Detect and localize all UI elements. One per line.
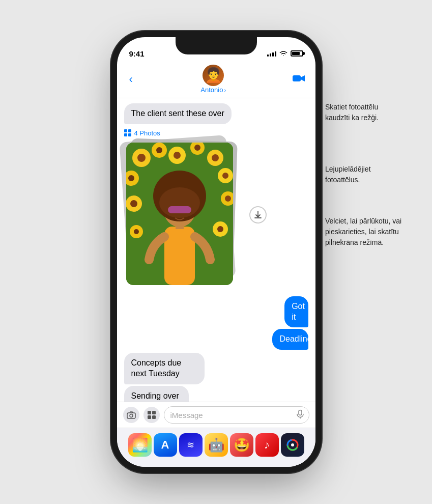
message-row: Deadline? xyxy=(257,329,308,350)
message-bubble: Concepts due next Tuesday xyxy=(124,353,205,384)
svg-rect-37 xyxy=(148,415,151,419)
dock-app-memoji[interactable]: 🤖 xyxy=(205,433,228,457)
message-row: Sending over timeline xyxy=(124,386,217,402)
dock-app-fitness[interactable] xyxy=(281,433,304,457)
dock-app-photos[interactable]: 🌅 xyxy=(128,433,152,457)
video-call-button[interactable] xyxy=(292,73,305,86)
photo-stack[interactable] xyxy=(124,138,241,291)
message-input-wrapper[interactable]: iMessage xyxy=(164,406,309,424)
download-button[interactable] xyxy=(249,206,267,223)
svg-point-22 xyxy=(225,195,231,202)
photos-count: 4 Photos xyxy=(134,129,160,137)
svg-point-10 xyxy=(174,152,181,159)
message-bubble: Sending over timeline xyxy=(124,386,189,402)
svg-rect-27 xyxy=(164,227,195,285)
svg-rect-32 xyxy=(168,206,191,213)
message-bubble: Got it xyxy=(284,296,308,328)
svg-rect-36 xyxy=(152,411,156,414)
camera-button[interactable] xyxy=(123,407,139,423)
photo-stack-group[interactable]: 4 Photos xyxy=(124,129,308,291)
back-button[interactable]: ‹ xyxy=(127,71,135,88)
message-bubble: The client sent these over xyxy=(124,103,232,124)
svg-rect-39 xyxy=(299,410,302,415)
status-icons xyxy=(267,49,303,58)
svg-point-12 xyxy=(194,145,200,151)
photo-flowers-svg xyxy=(126,143,233,285)
contact-info[interactable]: 🧑‍🦱 Antonio › xyxy=(200,65,226,94)
wifi-icon xyxy=(279,49,287,58)
svg-point-44 xyxy=(291,443,294,446)
dock-app-appstore[interactable]: A xyxy=(154,433,177,457)
svg-rect-38 xyxy=(152,415,156,419)
photo-card-main[interactable] xyxy=(126,143,233,285)
contact-name: Antonio › xyxy=(200,86,226,94)
annotation-3-text: Velciet, lai pārlūkotu, vai pieskarietie… xyxy=(325,217,401,246)
grid-icon xyxy=(124,129,131,136)
photos-header: 4 Photos xyxy=(124,129,165,137)
notch xyxy=(176,37,257,54)
svg-point-14 xyxy=(212,154,219,161)
nav-bar: ‹ 🧑‍🦱 Antonio › xyxy=(117,63,315,98)
input-bar: iMessage xyxy=(117,402,315,428)
svg-point-26 xyxy=(134,229,139,234)
received-group-1: Concepts due next Tuesday Sending over t… xyxy=(124,353,308,402)
bubble-text: The client sent these over xyxy=(131,109,224,118)
dock-app-music[interactable]: ♪ xyxy=(255,433,279,457)
svg-point-6 xyxy=(137,154,146,162)
app-dock: 🌅 A ≋ 🤖 🤩 ♪ xyxy=(117,428,315,467)
svg-point-16 xyxy=(128,175,134,181)
annotation-1-text: Skatiet fotoattēlu kaudzīti ka režģi. xyxy=(325,103,379,122)
signal-icon xyxy=(267,50,276,57)
mic-icon xyxy=(297,410,304,421)
apps-button[interactable] xyxy=(143,407,160,423)
svg-rect-33 xyxy=(127,413,135,418)
sent-group-1: Got it Deadline? xyxy=(124,296,308,350)
svg-point-24 xyxy=(217,226,223,232)
dock-app-genmoji[interactable]: 🤩 xyxy=(230,433,253,457)
message-row: Got it xyxy=(274,296,308,328)
phone-shell: 9:41 ‹ xyxy=(117,37,315,467)
fitness-icon xyxy=(285,438,300,452)
messages-area: The client sent these over 4 Photos xyxy=(117,98,315,402)
bubble-text: Got it xyxy=(292,302,305,321)
bubble-text: Concepts due next Tuesday xyxy=(131,358,182,378)
bubble-text: Sending over timeline xyxy=(131,391,179,402)
message-row: The client sent these over xyxy=(124,103,308,124)
message-row: Concepts due next Tuesday xyxy=(124,353,239,384)
svg-point-8 xyxy=(156,147,162,153)
message-input[interactable]: iMessage xyxy=(164,406,309,424)
input-placeholder: iMessage xyxy=(170,411,203,419)
message-bubble: Deadline? xyxy=(272,329,308,350)
annotation-2: Lejupielādējiet fotoattēlus. xyxy=(325,164,427,185)
annotations: Skatiet fotoattēlu kaudzīti ka režģi. Le… xyxy=(325,102,427,263)
bubble-text: Deadline? xyxy=(279,334,315,343)
svg-point-34 xyxy=(130,414,133,417)
phone-content: ‹ 🧑‍🦱 Antonio › xyxy=(117,63,315,467)
annotation-1: Skatiet fotoattēlu kaudzīti ka režģi. xyxy=(325,102,427,123)
annotation-2-text: Lejupielādējiet fotoattēlus. xyxy=(325,165,371,184)
dock-app-shazam[interactable]: ≋ xyxy=(179,433,203,457)
annotation-3: Velciet, lai pārlūkotu, vai pieskarietie… xyxy=(325,216,427,248)
svg-point-20 xyxy=(130,200,137,207)
svg-rect-3 xyxy=(293,75,301,81)
status-time: 9:41 xyxy=(129,49,145,58)
svg-point-18 xyxy=(222,173,228,179)
battery-icon xyxy=(291,50,303,57)
svg-rect-35 xyxy=(148,411,151,414)
avatar: 🧑‍🦱 xyxy=(203,65,224,86)
